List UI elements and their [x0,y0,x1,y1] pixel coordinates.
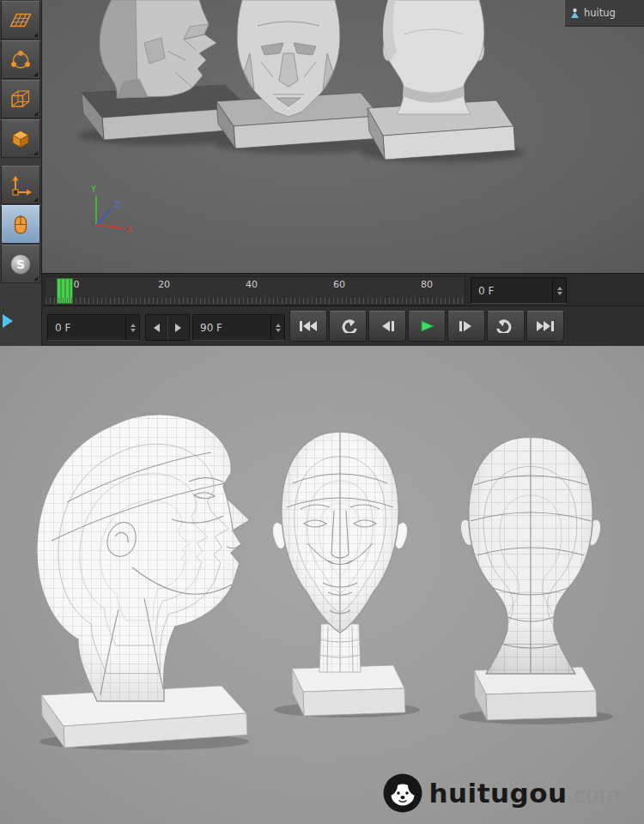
stepper-up-icon[interactable] [276,324,281,327]
play-icon [416,319,438,333]
wireframe-head-front-view [254,415,430,754]
svg-text:Y: Y [90,185,97,194]
figure-icon [569,8,580,19]
stepper-up-icon[interactable] [131,324,136,327]
axis-arrows-icon [8,173,33,198]
left-toolbar: S [0,0,42,346]
viewport-scene: Y Z X [41,0,644,273]
current-frame-field[interactable]: 0 F [47,314,140,341]
tick-label: 80 [421,279,433,290]
s-sphere-tool-button[interactable]: S [1,245,40,283]
timeline: 0 20 40 60 80 0 F [41,273,644,306]
end-frame-field[interactable]: 90 F [192,314,285,341]
play-backward-button[interactable] [329,311,367,342]
c4d-editor: S [0,0,644,346]
brand-name: huitugou [428,778,567,809]
svg-text:S: S [16,258,25,271]
tick-label: 60 [333,279,345,290]
mouse-navigation-tool-button[interactable] [1,205,40,244]
wire-cube-tool-button[interactable] [1,80,40,118]
wire-cube-icon [8,87,33,112]
solid-cube-tool-button[interactable] [1,119,40,158]
arrow-right-icon [175,324,181,332]
solid-cube-icon [8,126,33,152]
jump-to-end-button[interactable] [526,311,564,342]
step-backward-button[interactable] [368,311,406,342]
render-view: huitugou.com [0,346,644,824]
step-forward-button[interactable] [447,311,485,342]
jump-to-end-icon [534,319,556,333]
axis-gizmo: Y Z X [90,185,132,234]
play-backward-icon [337,319,359,333]
stepper-up-icon[interactable] [557,287,562,290]
arrow-left-icon [154,324,160,332]
grid-plane-tool-button[interactable] [1,1,40,39]
prev-frame-arrow-button[interactable] [146,315,167,340]
tick-marks [46,298,465,304]
svg-text:X: X [126,225,132,234]
loop-button[interactable] [487,311,525,342]
tick-label: 40 [246,279,258,290]
planes-head-side-model [100,0,216,98]
loop-icon [495,319,517,333]
object-manager-panel: huitug [564,0,644,27]
watermark-logo: huitugou.com [383,773,620,813]
play-button[interactable] [408,311,446,342]
frame-stepper[interactable] [552,278,566,303]
step-forward-icon [455,319,477,333]
jump-to-start-button[interactable] [289,311,327,342]
s-sphere-icon: S [8,251,33,277]
pedestal [474,667,597,720]
stepper-down-icon[interactable] [276,329,281,332]
viewport-3d[interactable]: Y Z X [41,0,644,273]
tick-label: 20 [158,279,170,290]
next-frame-arrow-button[interactable] [167,315,190,340]
atom-array-tool-button[interactable] [1,40,40,79]
current-frame-value: 0 F [48,322,125,334]
timeline-ruler[interactable]: 0 20 40 60 80 [45,276,465,306]
svg-text:Z: Z [114,200,120,209]
tick-label: 0 [74,279,80,290]
object-item[interactable]: huitug [565,7,644,19]
dog-logo-icon [383,773,422,813]
grid-plane-icon [8,8,33,33]
mouse-icon [8,212,33,238]
atom-array-icon [8,47,33,73]
frame-step-widget [145,314,190,341]
end-frame-value: 90 F [193,322,270,334]
frame-stepper[interactable] [270,315,284,340]
ruler-frame-value: 0 F [471,285,552,297]
stepper-down-icon[interactable] [131,329,136,332]
jump-to-start-icon [297,319,319,333]
axis-tool-button[interactable] [1,166,40,204]
ruler-frame-field[interactable]: 0 F [471,277,567,304]
brand-tld: .com [568,783,620,808]
stepper-down-icon[interactable] [557,292,562,295]
pedestal [292,665,405,716]
step-backward-icon [376,319,398,333]
flyout-arrow-icon[interactable] [3,314,13,328]
wireframe-head-side-view [15,399,252,753]
transport-bar: 0 F 90 F [0,306,644,347]
object-item-label: huitug [584,7,616,19]
wireframe-head-back-view [440,425,624,751]
planes-head-back-model [383,0,484,114]
frame-stepper[interactable] [125,315,139,340]
transport-buttons [289,311,564,342]
